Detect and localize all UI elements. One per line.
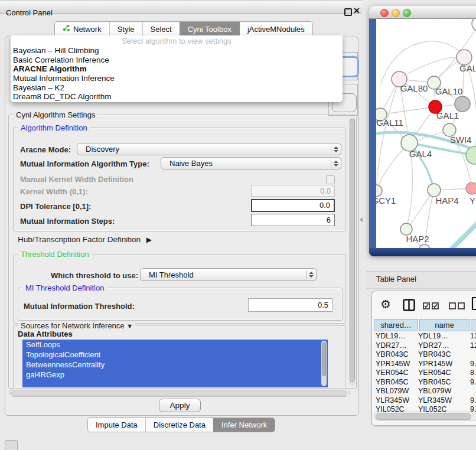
table-cell: YBR045C: [418, 378, 468, 387]
table-cell: YLR345W: [374, 396, 418, 406]
which-threshold-combo[interactable]: MI Threshold: [140, 268, 317, 281]
gear-icon[interactable]: ⚙: [380, 297, 391, 311]
table-row[interactable]: YDL19…YDL19…13: [374, 332, 476, 341]
tab-network[interactable]: Network: [55, 22, 109, 36]
node-label: GAL1: [436, 110, 459, 120]
collapsed-arrow-icon[interactable]: ▶: [146, 236, 152, 244]
panel-resize-handle[interactable]: [360, 217, 363, 222]
screen: Control Panel ✕ NetworkStyleSelectCyni T…: [0, 0, 476, 450]
tab-cyni-toolbox[interactable]: Cyni Toolbox: [180, 22, 239, 36]
table-cell: 9.: [468, 378, 476, 387]
table-row[interactable]: YER054CYER054C8.: [374, 369, 476, 378]
table-row[interactable]: YLR345WYLR345W9.: [374, 396, 476, 406]
attributes-scrollbar[interactable]: [321, 341, 327, 386]
network-node-hap4[interactable]: [428, 184, 441, 197]
node-label: GAL80: [400, 83, 428, 93]
split-columns-icon[interactable]: [403, 299, 415, 311]
table-row[interactable]: YBR043CYBR043C: [374, 350, 476, 360]
stepper-icon: [306, 270, 316, 279]
mi-threshold-field[interactable]: 0.5: [248, 298, 332, 312]
node-label: GAL10: [435, 86, 463, 96]
table-row[interactable]: YIL052CYIL052C9.: [374, 405, 476, 412]
apply-button[interactable]: Apply: [159, 399, 201, 412]
table-horizontal-scrollbar[interactable]: [374, 412, 476, 420]
table-cell: YIL052C: [418, 405, 468, 412]
checked-columns-icon[interactable]: [423, 302, 439, 309]
stepper-icon: [331, 159, 341, 168]
stepper-icon: [331, 145, 341, 154]
data-attributes-list[interactable]: SelfLoopsTopologicalCoefficientBetweenne…: [22, 340, 328, 387]
tab-discretize-data[interactable]: Discretize Data: [145, 418, 213, 432]
dropdown-item-bayesian-k2[interactable]: Bayesian – K2: [11, 83, 343, 93]
table-row[interactable]: YBR045CYBR045C9.: [374, 378, 476, 387]
tab-infer-network[interactable]: Infer Network: [213, 418, 275, 432]
close-icon[interactable]: ✕: [353, 6, 360, 15]
cyni-settings-title: Cyni Algorithm Settings: [14, 110, 97, 119]
mi-type-combo[interactable]: Naive Bayes: [161, 157, 341, 169]
node-label: GAL: [459, 63, 476, 73]
tab-select[interactable]: Select: [142, 22, 180, 36]
table-cell: YPR145W: [374, 360, 418, 369]
control-panel-title: Control Panel: [6, 7, 53, 18]
network-node[interactable]: [466, 146, 476, 164]
dropdown-item-bayesian-hill-climbing[interactable]: Bayesian – Hill Climbing: [11, 46, 343, 56]
float-window-icon[interactable]: [344, 8, 352, 16]
table-cell: YBR043C: [418, 350, 468, 360]
table-hscrollbar-thumb[interactable]: [376, 413, 471, 420]
settings-scrollbar-thumb[interactable]: [350, 119, 355, 382]
settings-vertical-scrollbar[interactable]: [349, 118, 356, 386]
node-label: SWI4: [450, 135, 472, 145]
column-header-cut[interactable]: [471, 319, 476, 331]
aracne-mode-combo[interactable]: Discovery: [77, 143, 341, 155]
attribute-item-betweennesscentrality[interactable]: BetweennessCentrality: [22, 360, 328, 370]
dropdown-item-basic-correlation-inference[interactable]: Basic Correlation Inference: [11, 56, 343, 65]
column-header-shared[interactable]: shared…: [374, 319, 418, 331]
table-cell: 13: [468, 332, 476, 341]
dpi-tolerance-field[interactable]: 0.0: [251, 199, 335, 212]
algorithm-definition-title: Algorithm Definition: [18, 123, 90, 132]
algorithm-dropdown-popup: Select algorithm to view settings Bayesi…: [11, 35, 343, 102]
mi-steps-field[interactable]: 6: [251, 214, 335, 226]
unchecked-columns-icon[interactable]: [449, 302, 465, 309]
attribute-item-gal4rgexp[interactable]: gal4RGexp: [22, 370, 328, 380]
dropdown-item-mutual-information-inference[interactable]: Mutual Information Inference: [11, 74, 343, 83]
network-node-hap2[interactable]: [400, 223, 412, 235]
attributes-scrollbar-thumb[interactable]: [322, 342, 326, 376]
network-node[interactable]: [472, 16, 476, 31]
tab-label: Cyni Toolbox: [188, 25, 232, 34]
table-cell: 9.: [468, 360, 476, 369]
dropdown-item-aracne-algorithm[interactable]: ARACNE Algorithm: [11, 64, 343, 74]
attribute-item-selfloops[interactable]: SelfLoops: [22, 340, 328, 350]
table-body: YDL19…YDL19…13YDR27…YDR27…12YBR043CYBR04…: [374, 332, 476, 412]
settings-hscrollbar-thumb[interactable]: [11, 390, 347, 396]
table-cell: YDL19…: [374, 332, 418, 341]
attribute-item-topologicalcoefficient[interactable]: TopologicalCoefficient: [22, 350, 328, 360]
dropdown-item-dream8-dc-tdc-algorithm[interactable]: Dream8 DC_TDC Algorithm: [11, 92, 343, 102]
network-node-gcy1[interactable]: [370, 185, 382, 197]
hub-section-label: Hub/Transcription Factor Definition: [18, 235, 141, 244]
table-row[interactable]: YDR27…YDR27…12: [374, 341, 476, 351]
hub-section-row[interactable]: Hub/Transcription Factor Definition ▶: [18, 235, 152, 244]
table-cell: [468, 350, 476, 360]
tab-style[interactable]: Style: [109, 22, 142, 36]
tab-impute-data[interactable]: Impute Data: [88, 418, 145, 432]
network-node-y[interactable]: [466, 182, 476, 194]
aracne-mode-value: Discovery: [77, 145, 331, 154]
table-row[interactable]: YPR145WYPR145W9.: [374, 360, 476, 369]
expanded-arrow-icon[interactable]: ▼: [126, 322, 133, 330]
column-header-name[interactable]: name: [419, 319, 470, 331]
network-node[interactable]: [419, 244, 431, 256]
collapsed-panel-icon[interactable]: [5, 440, 18, 450]
table-row[interactable]: YBL079WYBL079W: [374, 387, 476, 396]
export-table-icon[interactable]: [471, 296, 476, 311]
table-cell: YBR045C: [374, 378, 418, 387]
table-cell: YBL079W: [374, 387, 418, 396]
aracne-mode-label: Aracne Mode:: [20, 145, 71, 154]
settings-horizontal-scrollbar[interactable]: [9, 388, 350, 397]
tab-label: jActiveMNodules: [247, 25, 305, 34]
network-node[interactable]: [455, 96, 470, 112]
table-cell: YER054C: [374, 369, 418, 378]
tab-jactivemnodules[interactable]: jActiveMNodules: [239, 22, 312, 36]
mi-type-label: Mutual Information Algorithm Type:: [20, 159, 149, 168]
dpi-tolerance-label: DPI Tolerance [0,1]:: [20, 202, 91, 211]
